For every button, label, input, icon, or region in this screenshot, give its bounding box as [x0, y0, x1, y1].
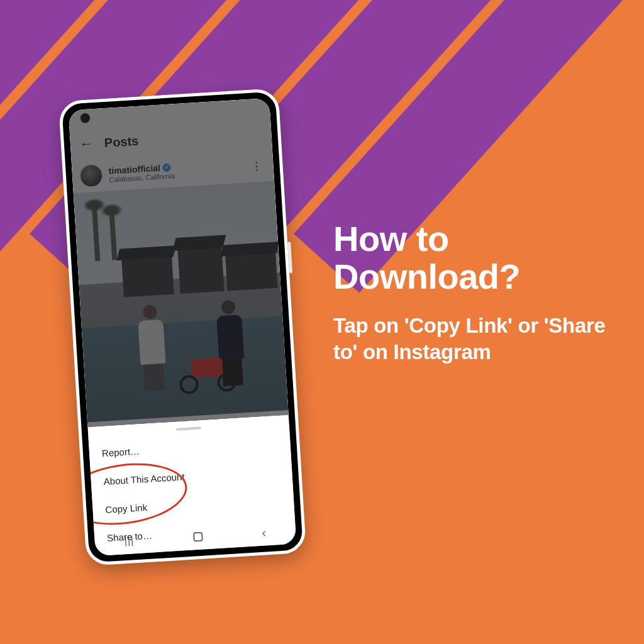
hero-title: How to Download? [333, 220, 606, 296]
action-sheet: Report… About This Account Copy Link Sha… [87, 415, 296, 556]
modal-backdrop[interactable] [69, 98, 289, 428]
hero-subtitle: Tap on 'Copy Link' or 'Share to' on Inst… [333, 313, 606, 365]
phone-screen: ← Posts timatiofficial ✓ Calabasas, Cali… [69, 98, 297, 556]
nav-recent-icon[interactable]: ||| [124, 535, 135, 547]
nav-home-icon[interactable] [193, 531, 203, 541]
phone-mockup: ← Posts timatiofficial ✓ Calabasas, Cali… [58, 88, 307, 566]
nav-back-icon[interactable]: ‹ [262, 525, 267, 540]
screen-content-dimmed: ← Posts timatiofficial ✓ Calabasas, Cali… [69, 98, 289, 428]
hero-text-block: How to Download? Tap on 'Copy Link' or '… [333, 220, 606, 365]
phone-power-button [287, 242, 292, 273]
sheet-drag-handle-icon[interactable] [176, 426, 201, 430]
